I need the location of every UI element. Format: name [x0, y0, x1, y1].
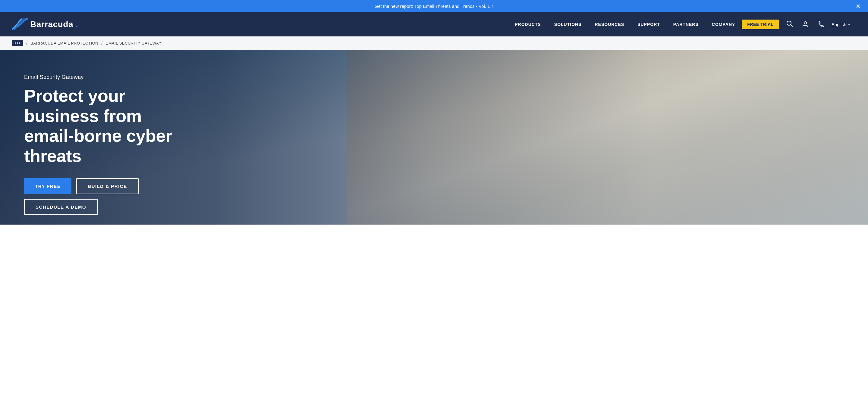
announcement-text: Get the new report: Top Email Threats an… — [375, 4, 490, 9]
header: Barracuda. PRODUCTS SOLUTIONS RESOURCES … — [0, 12, 868, 36]
free-trial-button[interactable]: FREE TRIAL — [742, 20, 779, 29]
nav-item-solutions[interactable]: SOLUTIONS — [548, 12, 588, 36]
hero-subtitle: Email Security Gateway — [24, 74, 187, 80]
announcement-link[interactable]: Get the new report: Top Email Threats an… — [375, 3, 494, 9]
breadcrumb: ••• / BARRACUDA EMAIL PROTECTION / EMAIL… — [0, 36, 868, 50]
search-icon — [786, 21, 793, 29]
breadcrumb-separator-2: / — [101, 40, 102, 46]
language-label: English — [832, 22, 846, 27]
breadcrumb-separator-1: / — [26, 40, 27, 46]
hero-content: Email Security Gateway Protect your busi… — [0, 50, 211, 225]
build-price-button[interactable]: BUILD & PRICE — [76, 178, 138, 194]
announcement-close-button[interactable]: ✕ — [856, 3, 861, 10]
svg-point-2 — [804, 22, 807, 24]
nav-right: PRODUCTS SOLUTIONS RESOURCES SUPPORT PAR… — [508, 12, 856, 36]
phone-icon — [818, 21, 824, 29]
breadcrumb-email-protection-link[interactable]: BARRACUDA EMAIL PROTECTION — [30, 41, 98, 45]
announcement-chevron: › — [492, 3, 493, 9]
language-selector[interactable]: English ▾ — [832, 22, 850, 27]
main-nav: PRODUCTS SOLUTIONS RESOURCES SUPPORT PAR… — [508, 12, 742, 36]
barracuda-logo-icon — [12, 18, 28, 31]
breadcrumb-home-dots[interactable]: ••• — [12, 40, 23, 46]
logo-dot: . — [76, 20, 78, 29]
nav-item-support[interactable]: SUPPORT — [631, 12, 667, 36]
logo[interactable]: Barracuda. — [12, 18, 78, 31]
search-button[interactable] — [784, 19, 795, 30]
account-button[interactable] — [800, 19, 810, 30]
hero-buttons: TRY FREE BUILD & PRICE SCHEDULE A DEMO — [24, 178, 187, 215]
logo-text: Barracuda — [30, 20, 73, 29]
phone-button[interactable] — [816, 19, 826, 30]
announcement-bar: Get the new report: Top Email Threats an… — [0, 0, 868, 12]
user-icon — [802, 21, 809, 29]
nav-item-company[interactable]: COMPANY — [705, 12, 742, 36]
nav-item-products[interactable]: PRODUCTS — [508, 12, 548, 36]
nav-item-resources[interactable]: RESOURCES — [588, 12, 631, 36]
try-free-button[interactable]: TRY FREE — [24, 178, 71, 194]
hero-section: Email Security Gateway Protect your busi… — [0, 50, 868, 225]
chevron-down-icon: ▾ — [848, 22, 850, 27]
breadcrumb-current-page: EMAIL SECURITY GATEWAY — [106, 41, 161, 45]
header-utilities: FREE TRIAL — [742, 19, 850, 30]
nav-item-partners[interactable]: PARTNERS — [667, 12, 705, 36]
hero-title: Protect your business from email-borne c… — [24, 86, 187, 166]
svg-line-1 — [790, 25, 792, 27]
schedule-demo-button[interactable]: SCHEDULE A DEMO — [24, 199, 98, 215]
